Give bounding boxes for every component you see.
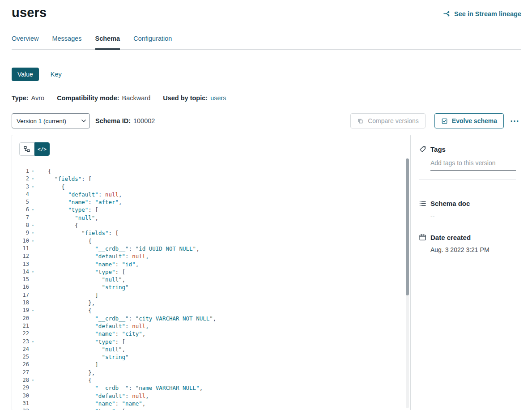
code-token: : [ [88,206,98,213]
schema-page: users See in Stream lineage Overview Mes… [0,0,532,410]
code-token: : [98,191,105,198]
code-text: }, [48,299,95,307]
code-token: , [196,245,200,252]
line-number: 22 [12,330,29,337]
code-line: 9▾"fields": [ [12,229,404,237]
line-number: 27 [12,369,29,376]
tab-schema[interactable]: Schema [95,35,120,49]
code-line: 19▾{ [12,307,404,314]
line-number: 16 [12,283,29,291]
topic-link[interactable]: users [210,94,226,102]
code-text: "default": null, [48,322,149,330]
compare-versions-button[interactable]: Compare versions [350,113,426,128]
scrollbar-thumb[interactable] [406,158,409,295]
code-token: "null" [75,214,95,221]
line-number: 28 [12,376,29,384]
schema-doc-heading-label: Schema doc [430,200,470,207]
tree-view-button[interactable] [19,142,34,156]
code-text: "name": "after", [48,198,122,206]
key-toggle-link[interactable]: Key [51,71,62,78]
code-token: "__crdb__" [95,384,128,391]
tree-view-icon [24,146,30,152]
version-bar: Version 1 (current) Schema ID: 100002 Co… [12,113,521,128]
line-number: 29 [12,384,29,392]
fold-toggle-icon[interactable]: ▾ [32,407,37,410]
fold-toggle-icon[interactable]: ▾ [32,229,37,237]
code-token: "default" [95,323,125,329]
code-text: "null", [48,276,125,283]
code-line: 29"__crdb__": "name VARCHAR NULL", [12,384,404,392]
code-token: : [ [115,408,126,410]
code-line: 25"string" [12,353,404,361]
fold-toggle-icon[interactable]: ▾ [32,167,37,175]
code-token: { [48,168,51,175]
code-text: "type": [ [48,338,125,346]
code-line: 30"default": null, [12,392,404,400]
schema-editor-panel: </> 1▾{2▾"fields": [3▾{4"default": null,… [12,135,411,410]
code-text: { [48,167,51,175]
schema-id-label: Schema ID: [95,117,131,124]
compat-label: Compatibility mode: [57,94,119,102]
tab-messages[interactable]: Messages [52,35,81,49]
code-text: "__crdb__": "city VARCHAR NOT NULL", [48,315,216,322]
code-token: "fields" [81,230,108,236]
code-token: , [122,276,126,283]
code-token: , [122,346,126,353]
fold-toggle-icon[interactable]: ▾ [32,338,37,346]
schema-meta-row: Type: Avro Compatibility mode: Backward … [12,94,521,102]
stream-lineage-link[interactable]: See in Stream lineage [443,10,521,17]
code-text: "type": [ [48,407,125,410]
code-token: { [88,377,92,384]
type-label: Type: [12,94,29,102]
tab-overview[interactable]: Overview [12,35,38,49]
schema-doc-section: Schema doc -- [419,200,516,219]
fold-spacer [32,283,37,291]
fold-toggle-icon[interactable]: ▾ [32,183,37,191]
value-toggle-button[interactable]: Value [12,68,39,81]
stream-lineage-label: See in Stream lineage [454,10,521,17]
code-token: null [132,393,145,399]
code-line: 26] [12,361,404,368]
code-token: , [213,315,217,322]
fold-toggle-icon[interactable]: ▾ [32,175,37,183]
fold-toggle-icon[interactable]: ▾ [32,307,37,314]
code-text: }, [48,369,95,376]
line-number: 10 [12,237,29,245]
fold-toggle-icon[interactable]: ▾ [32,268,37,276]
schema-doc-heading: Schema doc [419,200,516,207]
scrollbar-track [406,158,409,408]
code-token: , [136,261,139,268]
fold-spacer [32,261,37,268]
fold-spacer [32,330,37,337]
fold-toggle-icon[interactable]: ▾ [32,206,37,214]
version-select-wrap: Version 1 (current) [12,113,90,128]
code-text: "type": [ [48,268,125,276]
fold-spacer [32,369,37,376]
fold-toggle-icon[interactable]: ▾ [32,222,37,229]
evolve-schema-button[interactable]: Evolve schema [434,113,504,128]
code-line: 28▾{ [12,376,404,384]
add-tags-input[interactable] [430,158,516,171]
line-number: 18 [12,299,29,307]
code-view-button[interactable]: </> [34,142,50,156]
more-options-button[interactable]: ⋯ [508,115,521,126]
code-token: "string" [102,354,128,360]
tag-icon [419,145,426,153]
code-text: "type": [ [48,206,98,214]
code-line: 23▾"type": [ [12,338,404,346]
tab-configuration[interactable]: Configuration [133,35,172,49]
code-text: ] [48,291,98,299]
code-token: "string" [102,284,128,290]
line-number: 24 [12,346,29,353]
code-text: "null", [48,346,125,353]
code-token: "default" [68,191,98,198]
version-select[interactable]: Version 1 (current) [12,113,90,128]
code-line: 20"__crdb__": "city VARCHAR NOT NULL", [12,315,404,322]
code-line: 11"__crdb__": "id UUID NOT NULL", [12,245,404,252]
code-line: 18}, [12,299,404,307]
code-token: , [145,253,149,260]
fold-toggle-icon[interactable]: ▾ [32,376,37,384]
fold-toggle-icon[interactable]: ▾ [32,237,37,245]
code-token: , [142,330,146,337]
code-token: "name" [95,330,115,337]
